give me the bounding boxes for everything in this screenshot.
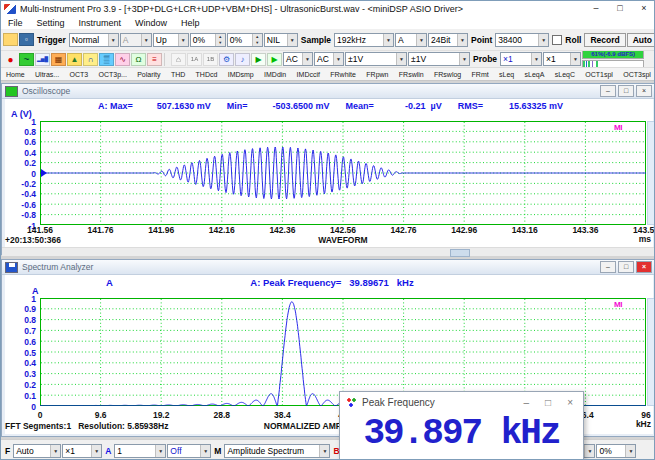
tab-frpwn[interactable]: FRpwn	[365, 71, 389, 78]
range-b-select[interactable]: ±1V▼	[408, 52, 470, 66]
spectrum-analyzer-icon[interactable]: ▂▅█	[35, 53, 50, 66]
signal-generator-icon[interactable]: ∿	[115, 53, 130, 66]
osc-scrollbar-thumb[interactable]	[450, 249, 470, 257]
settings-wrench-icon[interactable]: ⚙	[219, 53, 234, 66]
spectrum-title-bar[interactable]: Spectrum Analyzer – □ ×	[2, 260, 655, 275]
oscilloscope-title-bar[interactable]: Oscilloscope – □ ×	[2, 84, 655, 99]
trigger-mode-select[interactable]: Normal▼	[69, 33, 119, 47]
popup-minimize-button[interactable]: –	[524, 397, 530, 408]
sound-output-icon[interactable]: ♪	[235, 53, 250, 66]
trigger-edge-select[interactable]: Up▼	[153, 33, 189, 47]
tab-imdccif[interactable]: IMDccif	[296, 71, 321, 78]
minimize-button[interactable]: –	[584, 1, 608, 16]
trigger-reject-select[interactable]: NIL▼	[264, 33, 298, 47]
play-icon[interactable]: ▶	[251, 53, 266, 66]
popup-title-bar[interactable]: Peak Frequency – □ ×	[340, 392, 583, 413]
spec-restore-button[interactable]: □	[618, 261, 634, 273]
tab-sleq[interactable]: sLeq	[498, 71, 515, 78]
sample-channel-select[interactable]: A▼	[395, 33, 427, 47]
tab-ultras[interactable]: Ultras...	[34, 71, 60, 78]
tab-frmt[interactable]: FRmt	[471, 71, 490, 78]
tab-oct3spl[interactable]: OCT3spl	[622, 71, 652, 78]
range-a-select[interactable]: ±1V▼	[345, 52, 407, 66]
record-button[interactable]: Record	[584, 33, 625, 47]
multimeter-icon[interactable]: ▦	[51, 53, 66, 66]
measure-mode-select[interactable]: Amplitude Spectrum▼	[224, 444, 330, 458]
auto-button[interactable]: Auto	[627, 33, 655, 47]
tab-polarity[interactable]: Polarity	[136, 71, 161, 78]
record-points-select[interactable]: 38400▼	[495, 33, 549, 47]
tab-imddin[interactable]: IMDdin	[263, 71, 287, 78]
bit-depth-select[interactable]: 24Bit▼	[428, 33, 468, 47]
menu-setting[interactable]: Setting	[30, 18, 72, 28]
close-button[interactable]: ×	[632, 1, 655, 16]
spectrogram-icon[interactable]: ▒	[99, 53, 114, 66]
stat-min-value: -503.6500 mV	[248, 101, 330, 111]
x-scale-select[interactable]: ×1▼	[62, 444, 102, 458]
tab-oct3[interactable]: OCT3	[68, 71, 89, 78]
probe-b-select[interactable]: ×1▼	[543, 52, 581, 66]
a-channel-select[interactable]: 1▼	[114, 444, 166, 458]
data-logger-icon[interactable]: ∩	[83, 53, 98, 66]
oscilloscope-icon[interactable]: ~	[19, 53, 34, 66]
spec-close-button[interactable]: ×	[636, 261, 652, 273]
osc-vertical-scrollbar[interactable]	[647, 121, 655, 225]
menu-window[interactable]: Window	[128, 18, 174, 28]
tab-sleqc[interactable]: sLeqC	[554, 71, 576, 78]
open-file-icon[interactable]	[3, 33, 18, 46]
osc-close-button[interactable]: ×	[636, 85, 652, 97]
popup-close-button[interactable]: ×	[567, 397, 573, 408]
osc-minimize-button[interactable]: –	[600, 85, 616, 97]
app-logo-icon	[4, 4, 16, 14]
trigger-delay-spinner[interactable]: 0%▲▼	[227, 33, 263, 47]
input-level-meter: 61%(-6.9 dBFS)	[582, 51, 644, 59]
peak-frequency-popup[interactable]: Peak Frequency – □ × 39.897 kHz	[339, 391, 584, 460]
trigger-source-select[interactable]: A▼	[120, 33, 152, 47]
x-tick: 9.6	[95, 410, 107, 420]
device-test-plan-icon[interactable]: ≡	[147, 53, 162, 66]
coupling-a-select[interactable]: AC▼	[283, 52, 313, 66]
save-icon[interactable]: ▫	[19, 33, 34, 46]
tab-imdsmp[interactable]: IMDsmp	[227, 71, 255, 78]
spectrum-3d-icon[interactable]: ▲	[67, 53, 82, 66]
run-record-icon[interactable]: ●	[3, 53, 18, 66]
tab-oct3p[interactable]: OCT3p...	[97, 71, 127, 78]
spec-minimize-button[interactable]: –	[600, 261, 616, 273]
f-label: F	[3, 446, 12, 456]
mdi-workspace: Oscilloscope – □ × A: Max= 507.1630 mV M…	[1, 81, 655, 439]
menu-file[interactable]: File	[1, 18, 30, 28]
tab-frwhite[interactable]: FRwhite	[329, 71, 357, 78]
menu-help[interactable]: Help	[174, 18, 207, 28]
spec-vertical-scrollbar[interactable]	[647, 298, 655, 406]
a-mode-select[interactable]: Off▼	[167, 444, 211, 458]
freq-display-select[interactable]: Auto▼	[13, 444, 61, 458]
tab-frswlin[interactable]: FRswlin	[398, 71, 425, 78]
oscilloscope-stats: A: Max= 507.1630 mV Min= -503.6500 mV Me…	[2, 99, 655, 113]
roll-checkbox[interactable]: Roll	[550, 35, 583, 45]
tab-oct1spl[interactable]: OCT1spl	[584, 71, 614, 78]
waveform-plot[interactable]	[40, 121, 646, 225]
maximize-button[interactable]: □	[608, 1, 632, 16]
ref-a-icon[interactable]: 1A	[187, 53, 202, 66]
popup-maximize-button[interactable]: □	[545, 397, 551, 408]
lcr-meter-icon[interactable]: Ω	[131, 53, 146, 66]
spectrum-plot[interactable]	[40, 298, 646, 406]
tab-thdcd[interactable]: THDcd	[195, 71, 219, 78]
trigger-level-spinner[interactable]: 0%▲▼	[190, 33, 226, 47]
osc-horizontal-scrollbar[interactable]	[2, 247, 655, 256]
stat-max-label: A: Max=	[98, 101, 133, 111]
home-view-icon[interactable]: ⌂	[171, 53, 186, 66]
tab-thd[interactable]: THD	[170, 71, 186, 78]
x-tick: 141.96	[148, 225, 174, 235]
tab-home[interactable]: Home	[5, 71, 26, 78]
tab-sleqa[interactable]: sLeqA	[524, 71, 546, 78]
tab-frswlog[interactable]: FRswlog	[433, 71, 462, 78]
play-loop-icon[interactable]: ▶	[267, 53, 282, 66]
osc-restore-button[interactable]: □	[618, 85, 634, 97]
sample-rate-select[interactable]: 192kHz▼	[334, 33, 394, 47]
ref-b-icon[interactable]: 1B	[203, 53, 218, 66]
coupling-b-select[interactable]: AC▼	[314, 52, 344, 66]
overlap-select[interactable]: 0%▼	[596, 444, 636, 458]
probe-a-select[interactable]: ×1▼	[500, 52, 542, 66]
menu-instrument[interactable]: Instrument	[72, 18, 129, 28]
